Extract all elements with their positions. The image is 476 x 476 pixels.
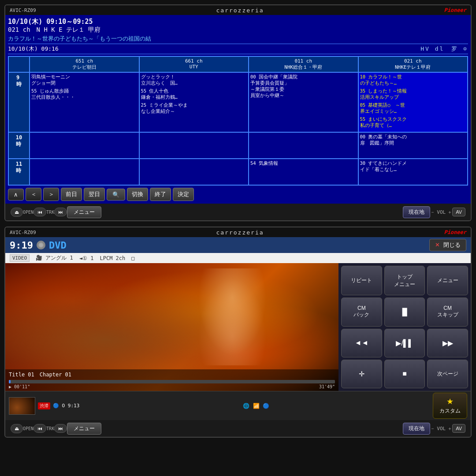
top-av-btn[interactable]: AV [452,208,465,216]
epg-program: 35 しまった！～情報活用スキルアップ [360,88,466,100]
epg-cell-9-1[interactable]: 羽鳥慎一モーニングショー閉 55 じゅん散歩踊三代目散歩人・・・ [30,72,139,132]
epg-program: 55 まいにちスクスク私の子育て（… [360,116,466,129]
dvd-title-chapter: Title 01 Chapter 01 [9,371,335,379]
bottom-brand-bar: AVIC-RZ09 carrozzeria Pioneer [5,227,471,237]
epg-cell-9-4[interactable]: 10 カラフル！～世の子どもたち～… 35 しまった！～情報活用スキルアップ 0… [358,72,468,132]
dvd-nav-btn[interactable]: ✛ [341,360,382,388]
epg-status: 10/10(木) 09:16 HV dl 罗 ⊙ [8,44,468,54]
dvd-progress-fill [9,380,11,383]
top-next-track-btn[interactable]: ⏭ [54,208,67,216]
top-model-label: AVIC-RZ09 [10,7,36,13]
bottom-open-label: OPEN [23,426,33,431]
top-present-btn[interactable]: 現在地 [403,206,430,218]
epg-header: 10/10(木) 09:10～09:25 021 ch N H K E テレ１ … [8,18,468,54]
top-vol-plus[interactable]: ＋ [447,209,452,216]
dvd-mode-label: DVD [49,240,67,251]
bottom-menu-btn[interactable]: メニュー [67,423,101,435]
epg-time-9: 9時 [8,72,30,132]
top-prev-track-btn[interactable]: ⏮ [33,208,46,216]
epg-program: 30 すてきにハンドメイド「着こなし… [360,160,466,173]
epg-cell-11-1[interactable] [30,159,139,185]
dvd-fast-forward-btn[interactable]: ▶▶ [427,329,468,357]
bottom-open-btn[interactable]: ⏏ [11,424,23,433]
dvd-rewind-icon: ◄◄ [354,339,368,347]
bottom-next-track-btn[interactable]: ⏭ [54,424,67,433]
dvd-top-menu-btn[interactable]: トップメニュー [384,266,425,295]
epg-cell-9-2[interactable]: グッとラック！立川志らく 国… 55 住人十色鎌倉・福村力鶴… 25 ミライ企業… [139,72,249,132]
dvd-time-current: ▶ 00'11" [9,384,30,389]
top-vol-minus[interactable]: － [430,209,435,216]
bottom-present-btn[interactable]: 現在地 [403,423,430,435]
top-menu-btn[interactable]: メニュー [67,206,101,218]
dvd-video-badge: VIDEO [10,254,30,262]
epg-cell-11-4[interactable]: 30 すてきにハンドメイド「着こなし… [358,159,468,185]
bottom-prev-track-btn[interactable]: ⏮ [33,424,46,433]
epg-cell-10-4[interactable]: 00 奥の墓「未知への扉 図鑑」序間 [358,132,468,159]
epg-cell-9-3[interactable]: 00 国会中継「衆議院予算委員会質疑」～衆議院第１委員室から中継～ [249,72,358,132]
epg-col-2: 661 chUTY [139,56,249,72]
dvd-cm-skip-btn[interactable]: CMスキップ [427,298,468,326]
epg-program: 54 気象情報 [250,160,357,167]
dvd-cm-back-btn[interactable]: CMバック [341,298,382,326]
dvd-subtitle-info: □ [131,255,134,261]
dvd-signal-icons: 🌐 📶 🔵 [243,403,269,409]
dvd-next-page-btn[interactable]: 次ページ [427,360,468,388]
dvd-lpcm-info: LPCM 2ch [100,255,126,261]
dvd-rewind-btn[interactable]: ◄◄ [341,329,382,357]
dvd-progress-times: ▶ 00'11" 31'49" [9,384,335,389]
epg-search-btn[interactable]: 🔍 [107,189,125,201]
top-open-btn[interactable]: ⏏ [11,208,23,217]
top-open-label: OPEN [23,210,33,215]
dvd-repeat-btn[interactable]: リビート [341,266,382,295]
dvd-custom-btn[interactable]: ★ カスタム [433,393,467,419]
epg-program: 25 ミライ企業～やまなし企業紹介～ [141,102,247,115]
epg-program: 10 カラフル！～世の子どもたち～… [360,74,466,86]
dvd-close-btn[interactable]: ✕ 閉じる [429,239,466,251]
epg-cell-10-2[interactable] [139,132,249,159]
dvd-control-buttons: リビート トップメニュー メニュー CMバック ▐▌ CMスキップ ◄◄ ▶/▌… [338,263,471,391]
epg-program: 55 じゅん散歩踊三代目散歩人・・・ [31,88,138,100]
dvd-content: Title 01 Chapter 01 ▶ 00'11" 31'49" リビート… [5,263,471,391]
epg-grid: 651 chテレビ朝日 661 chUTY 011 chNHK総合１・甲府 02… [8,56,468,186]
bottom-pioneer-label: Pioneer [444,229,466,235]
top-brand-bar: AVIC-RZ09 carrozzeria Pioneer [5,5,471,15]
top-unit: AVIC-RZ09 carrozzeria Pioneer 10/10(木) 0… [4,4,472,221]
epg-cell-11-3[interactable]: 54 気象情報 [249,159,358,185]
epg-cell-10-1[interactable] [30,132,139,159]
dvd-play-icon: ▶/▌▌ [396,339,413,347]
epg-confirm-btn[interactable]: 決定 [173,188,194,201]
epg-program-title: カラフル！～世界の子どもたち～「もう一つの祖国の結 [8,35,468,43]
top-trk-label: TRK [46,210,54,215]
epg-screen: 10/10(木) 09:10～09:25 021 ch N H K E テレ１ … [5,15,471,204]
epg-prev-day-btn[interactable]: 前日 [61,188,82,201]
dvd-menu-btn[interactable]: メニュー [427,266,468,295]
epg-scroll-up-btn[interactable]: ∧ [8,189,24,201]
epg-next-day-btn[interactable]: 翌日 [84,188,105,201]
dvd-screen: 9:19 DVD ✕ 閉じる VIDEO 🎥 アングル 1 ◄① 1 LPCM … [5,237,471,420]
epg-cell-11-2[interactable] [139,159,249,185]
dvd-play-btn[interactable]: ▶/▌▌ [384,329,425,357]
dvd-play-pause-btn[interactable]: ▐▌ [384,298,425,326]
epg-time-header [8,56,30,72]
dvd-stop-icon: ■ [402,370,407,378]
epg-exit-btn[interactable]: 終了 [150,188,171,201]
epg-current-time: 10/10(木) 09:16 [8,45,59,53]
epg-program: 羽鳥慎一モーニングショー閉 [31,74,138,86]
epg-cell-10-3[interactable] [249,132,358,159]
bottom-controls-bar: ⏏ OPEN ⏮ TRK ⏭ メニュー 現在地 － VOL ＋ AV [5,420,471,437]
dvd-progress-bar [9,380,335,383]
dvd-close-label: 閉じる [443,242,461,248]
bottom-av-btn[interactable]: AV [452,424,465,433]
dvd-video-person [193,268,272,365]
bottom-vol-minus[interactable]: － [430,425,435,432]
bottom-model-label: AVIC-RZ09 [10,230,36,235]
dvd-video-area: Title 01 Chapter 01 ▶ 00'11" 31'49" [5,263,338,391]
dvd-traffic-time: 🔵 O 9:13 [53,403,79,409]
bottom-vol-plus[interactable]: ＋ [447,425,452,432]
epg-switch-btn[interactable]: 切換 [127,188,148,201]
epg-button-bar: ∧ ＜ ＞ 前日 翌日 🔍 切換 終了 決定 [8,188,468,201]
top-controls-bar: ⏏ OPEN ⏮ TRK ⏭ メニュー 現在地 － VOL ＋ AV [5,204,471,220]
epg-prev-btn[interactable]: ＜ [26,188,41,201]
dvd-stop-btn[interactable]: ■ [384,360,425,388]
epg-next-btn[interactable]: ＞ [43,188,59,201]
